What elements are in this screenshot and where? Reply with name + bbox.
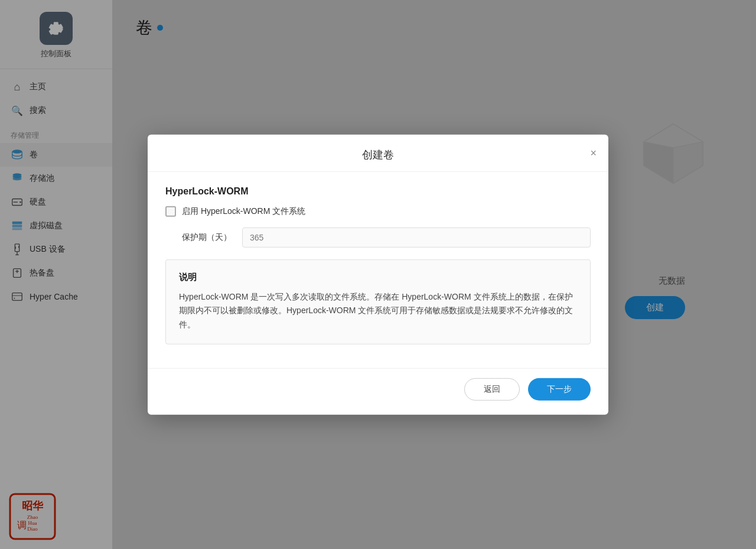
info-box: 说明 HyperLock-WORM 是一次写入多次读取的文件系统。存储在 Hyp… bbox=[165, 259, 591, 344]
info-box-text: HyperLock-WORM 是一次写入多次读取的文件系统。存储在 HyperL… bbox=[179, 290, 577, 332]
hyperlock-checkbox[interactable] bbox=[165, 206, 176, 216]
dialog-header: 创建卷 × bbox=[148, 134, 608, 171]
protection-period-label: 保护期（天） bbox=[165, 232, 242, 242]
create-volume-dialog: 创建卷 × HyperLock-WORM 启用 HyperLock-WORM 文… bbox=[148, 134, 608, 414]
checkbox-row: 启用 HyperLock-WORM 文件系统 bbox=[165, 206, 591, 216]
dialog-close-button[interactable]: × bbox=[590, 147, 597, 158]
info-box-title: 说明 bbox=[179, 271, 577, 282]
hyperlock-section-title: HyperLock-WORM bbox=[165, 186, 591, 196]
dialog-title: 创建卷 bbox=[362, 147, 394, 161]
back-button[interactable]: 返回 bbox=[464, 378, 520, 401]
protection-period-row: 保护期（天） bbox=[165, 227, 591, 247]
checkbox-label: 启用 HyperLock-WORM 文件系统 bbox=[182, 206, 305, 216]
next-button[interactable]: 下一步 bbox=[528, 378, 591, 401]
dialog-footer: 返回 下一步 bbox=[148, 368, 608, 415]
dialog-body: HyperLock-WORM 启用 HyperLock-WORM 文件系统 保护… bbox=[148, 171, 608, 368]
protection-period-input[interactable] bbox=[242, 227, 591, 247]
